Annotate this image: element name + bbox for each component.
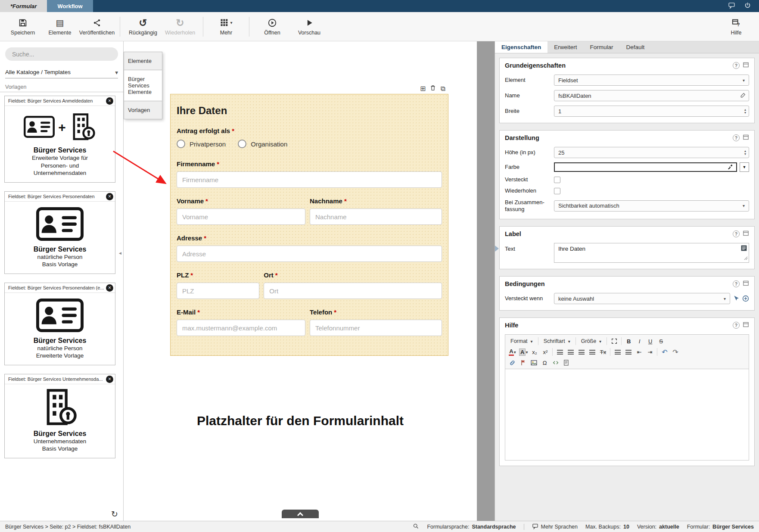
stepper-down-icon[interactable]: ▾ xyxy=(744,111,746,114)
indent-button[interactable]: ⇥ xyxy=(645,347,655,357)
help-button[interactable]: ? Hilfe xyxy=(718,14,755,39)
sidebar-collapse-handle[interactable]: ◄ xyxy=(118,251,122,255)
help-circle-icon[interactable]: ? xyxy=(733,134,740,141)
help-circle-icon[interactable]: ? xyxy=(733,280,740,287)
template-card-personendaten-basis[interactable]: Fieldset: Bürger Services Personendaten … xyxy=(4,191,115,274)
nachname-input[interactable] xyxy=(310,208,442,225)
link-icon[interactable] xyxy=(507,358,517,367)
refresh-icon[interactable]: ↻ xyxy=(111,509,118,519)
search-icon[interactable] xyxy=(413,523,419,531)
label-text-field[interactable]: Ihre Daten xyxy=(554,243,749,263)
fieldset-ihre-daten[interactable]: Ihre Daten Antrag erfolgt als* Privatper… xyxy=(170,94,448,356)
superscript-button[interactable]: x² xyxy=(540,347,550,357)
close-icon[interactable]: × xyxy=(106,193,113,200)
collapse-panel-button[interactable] xyxy=(282,510,319,518)
tab-workflow[interactable]: Workflow xyxy=(47,0,93,12)
plz-input[interactable] xyxy=(177,283,259,299)
outdent-button[interactable]: ⇤ xyxy=(634,347,644,357)
flyout-tab-elemente[interactable]: Elemente xyxy=(124,52,162,70)
align-right-button[interactable] xyxy=(576,347,586,357)
image-icon[interactable] xyxy=(529,358,539,367)
wiederholen-checkbox[interactable] xyxy=(554,188,560,194)
save-button[interactable]: Speichern xyxy=(4,14,41,39)
font-dropdown[interactable]: Schriftart▾ xyxy=(541,336,573,346)
popout-window-icon[interactable] xyxy=(743,62,749,69)
tab-eigenschaften[interactable]: Eigenschaften xyxy=(495,41,547,53)
versteckt-checkbox[interactable] xyxy=(554,177,560,183)
breite-value[interactable]: 1 xyxy=(558,108,742,115)
help-circle-icon[interactable]: ? xyxy=(733,230,740,237)
special-char-button[interactable]: Ω xyxy=(540,358,550,367)
help-circle-icon[interactable]: ? xyxy=(733,62,740,69)
add-condition-icon[interactable] xyxy=(742,295,749,302)
tab-default[interactable]: Default xyxy=(620,41,651,53)
more-languages[interactable]: Mehr Sprachen xyxy=(532,523,578,531)
size-dropdown[interactable]: Größe▾ xyxy=(578,336,604,346)
tab-formular[interactable]: Formular xyxy=(584,41,620,53)
preview-button[interactable]: Vorschau xyxy=(291,14,328,39)
italic-button[interactable]: I xyxy=(635,336,644,346)
radio-circle[interactable] xyxy=(177,140,185,148)
align-justify-button[interactable] xyxy=(587,347,597,357)
close-icon[interactable]: × xyxy=(106,376,113,383)
source-icon[interactable] xyxy=(561,358,571,367)
clear-format-button[interactable]: Tx xyxy=(598,347,608,357)
copy-icon[interactable]: ⧉ xyxy=(440,85,445,92)
fieldset-edit-icon[interactable]: ⊞ xyxy=(420,85,426,92)
embed-icon[interactable] xyxy=(551,358,560,367)
format-dropdown[interactable]: Format▾ xyxy=(507,336,536,346)
align-left-button[interactable] xyxy=(555,347,565,357)
redo-button[interactable]: ↻ Wiederholen xyxy=(162,14,199,39)
close-icon[interactable]: × xyxy=(106,284,113,292)
elements-button[interactable]: ▤ Elemente xyxy=(41,14,78,39)
power-icon[interactable] xyxy=(744,2,751,10)
align-center-button[interactable] xyxy=(566,347,575,357)
telefon-input[interactable] xyxy=(310,320,442,336)
popout-window-icon[interactable] xyxy=(743,230,749,238)
firmenname-input[interactable] xyxy=(177,171,442,188)
undo-button[interactable]: ↺ Rückgängig xyxy=(124,14,162,39)
flyout-tab-buerger-services-elemente[interactable]: Bürger Services Elemente xyxy=(124,70,162,101)
close-icon[interactable]: × xyxy=(106,97,113,105)
element-select[interactable]: Fieldset▾ xyxy=(554,75,749,86)
color-swatch[interactable] xyxy=(554,162,737,172)
subscript-button[interactable]: x₂ xyxy=(529,347,539,357)
panel-splitter-handle[interactable] xyxy=(495,246,499,252)
email-input[interactable] xyxy=(177,320,305,336)
radio-organisation[interactable]: Organisation xyxy=(238,140,287,148)
versteckt-wenn-select[interactable]: keine Auswahl▾ xyxy=(554,293,730,304)
stepper-arrows[interactable]: ▴▾ xyxy=(744,108,746,114)
popout-window-icon[interactable] xyxy=(743,134,749,142)
rich-text-editor-icon[interactable] xyxy=(740,245,747,253)
tab-formular[interactable]: *Formular xyxy=(0,0,47,12)
name-input[interactable] xyxy=(558,93,740,99)
ort-input[interactable] xyxy=(264,283,442,299)
radio-privatperson[interactable]: Privatperson xyxy=(177,140,226,148)
template-card-unternehmensdaten[interactable]: Fieldset: Bürger Services Unternehmensda… xyxy=(4,374,115,458)
resize-handle-icon[interactable] xyxy=(744,255,748,261)
underline-button[interactable]: U xyxy=(645,336,655,346)
anchor-flag-icon[interactable] xyxy=(518,358,528,367)
tab-erweitert[interactable]: Erweitert xyxy=(547,41,583,53)
popout-window-icon[interactable] xyxy=(743,280,749,288)
open-button[interactable]: Öffnen xyxy=(254,14,291,39)
editor-undo-button[interactable]: ↶ xyxy=(659,347,669,357)
hoehe-value[interactable]: 25 xyxy=(558,149,742,156)
publish-button[interactable]: Veröffentlichen xyxy=(78,14,115,39)
more-button[interactable]: ▾ Mehr xyxy=(208,14,245,39)
template-card-anmeldedaten[interactable]: Fieldset: Bürger Services Anmeldedaten ×… xyxy=(4,96,115,183)
flyout-tab-vorlagen[interactable]: Vorlagen xyxy=(124,101,162,119)
pencil-icon[interactable] xyxy=(740,92,746,100)
unordered-list-button[interactable] xyxy=(623,347,633,357)
ordered-list-button[interactable] xyxy=(613,347,622,357)
stepper-down-icon[interactable]: ▾ xyxy=(744,152,746,156)
radio-circle[interactable] xyxy=(238,140,246,148)
adresse-input[interactable] xyxy=(177,246,442,262)
bold-button[interactable]: B xyxy=(624,336,634,346)
breadcrumb[interactable]: Bürger Services > Seite: p2 > Fieldset: … xyxy=(5,524,131,530)
help-richtext-area[interactable] xyxy=(505,369,749,460)
popout-window-icon[interactable] xyxy=(743,321,749,329)
editor-redo-button[interactable]: ↷ xyxy=(670,347,680,357)
maximize-icon[interactable] xyxy=(609,336,619,346)
pointer-icon[interactable] xyxy=(733,295,740,302)
